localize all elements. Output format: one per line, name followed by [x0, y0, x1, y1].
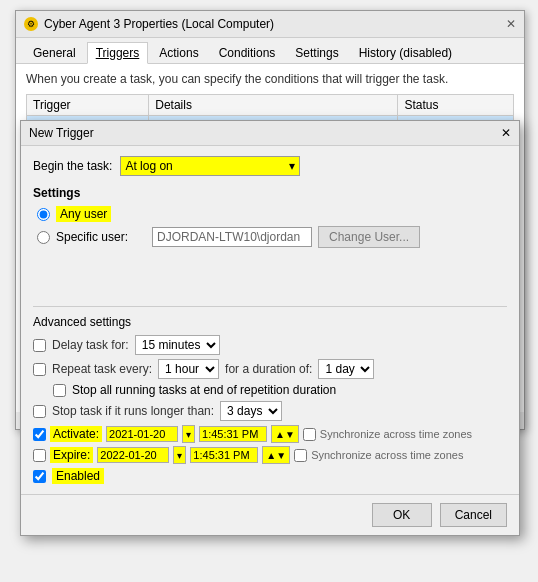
stop-if-runs-label: Stop task if it runs longer than: [52, 404, 214, 418]
dialog-title-text: New Trigger [29, 126, 94, 140]
sync-activate-checkbox[interactable] [303, 428, 316, 441]
activate-date-input[interactable] [106, 426, 178, 442]
change-user-button[interactable]: Change User... [318, 226, 420, 248]
activate-label: Activate: [50, 426, 102, 442]
tab-bar: General Triggers Actions Conditions Sett… [16, 38, 524, 64]
tab-history[interactable]: History (disabled) [350, 42, 461, 63]
stop-if-runs-select[interactable]: 3 days [220, 401, 282, 421]
activate-row: Activate: ▾ ▲▼ Synchronize across time z… [33, 425, 507, 443]
app-icon: ⚙ [24, 17, 38, 31]
expire-row: Expire: ▾ ▲▼ Synchronize across time zon… [33, 446, 507, 464]
repeat-task-checkbox[interactable] [33, 363, 46, 376]
main-title-bar: ⚙ Cyber Agent 3 Properties (Local Comput… [16, 11, 524, 38]
begin-task-value: At log on [125, 159, 172, 173]
sync-activate-label: Synchronize across time zones [320, 428, 472, 440]
expire-date-input[interactable] [97, 447, 169, 463]
stop-all-label: Stop all running tasks at end of repetit… [72, 383, 336, 397]
repeat-task-row: Repeat task every: 1 hour for a duration… [33, 359, 507, 379]
dialog-close-button[interactable]: ✕ [501, 126, 511, 140]
col-header-status: Status [398, 95, 514, 116]
specific-user-label: Specific user: [56, 230, 128, 244]
sync-checkbox-activate: Synchronize across time zones [303, 428, 472, 441]
radio-specific-user[interactable] [37, 231, 50, 244]
delay-task-row: Delay task for: 15 minutes [33, 335, 507, 355]
activate-checkbox[interactable] [33, 428, 46, 441]
settings-label: Settings [33, 186, 507, 200]
cancel-button[interactable]: Cancel [440, 503, 507, 527]
repeat-task-select[interactable]: 1 hour [158, 359, 219, 379]
any-user-label: Any user [56, 206, 111, 222]
tab-settings[interactable]: Settings [286, 42, 347, 63]
chevron-down-icon: ▾ [289, 159, 295, 173]
tab-actions[interactable]: Actions [150, 42, 207, 63]
dialog-buttons: OK Cancel [21, 494, 519, 535]
specific-user-input[interactable] [152, 227, 312, 247]
enabled-checkbox[interactable] [33, 470, 46, 483]
delay-task-label: Delay task for: [52, 338, 129, 352]
repeat-task-label: Repeat task every: [52, 362, 152, 376]
main-close-button[interactable]: ✕ [506, 17, 516, 31]
user-input-row: Change User... [152, 226, 420, 248]
stop-if-runs-row: Stop task if it runs longer than: 3 days [33, 401, 507, 421]
begin-task-row: Begin the task: At log on ▾ [33, 156, 507, 176]
stop-all-checkbox[interactable] [53, 384, 66, 397]
delay-task-select[interactable]: 15 minutes [135, 335, 220, 355]
duration-label: for a duration of: [225, 362, 312, 376]
new-trigger-dialog: New Trigger ✕ Begin the task: At log on … [20, 120, 520, 536]
activate-time-spinner[interactable]: ▲▼ [271, 425, 299, 443]
spacer [33, 254, 507, 294]
ok-button[interactable]: OK [372, 503, 432, 527]
sync-checkbox-expire: Synchronize across time zones [294, 449, 463, 462]
expire-checkbox[interactable] [33, 449, 46, 462]
begin-task-select[interactable]: At log on ▾ [120, 156, 300, 176]
activate-date-picker[interactable]: ▾ [182, 425, 195, 443]
col-header-trigger: Trigger [27, 95, 149, 116]
tab-conditions[interactable]: Conditions [210, 42, 285, 63]
title-left: ⚙ Cyber Agent 3 Properties (Local Comput… [24, 17, 274, 31]
activate-time-input[interactable] [199, 426, 267, 442]
radio-any-user[interactable] [37, 208, 50, 221]
expire-label: Expire: [50, 447, 93, 463]
begin-task-label: Begin the task: [33, 159, 112, 173]
delay-task-checkbox[interactable] [33, 339, 46, 352]
enabled-label: Enabled [52, 468, 104, 484]
radio-specific-user-row: Specific user: Change User... [37, 226, 507, 248]
tab-general[interactable]: General [24, 42, 85, 63]
duration-select[interactable]: 1 day [318, 359, 374, 379]
advanced-settings-label: Advanced settings [33, 315, 507, 329]
sync-expire-label: Synchronize across time zones [311, 449, 463, 461]
stop-if-runs-checkbox[interactable] [33, 405, 46, 418]
expire-time-spinner[interactable]: ▲▼ [262, 446, 290, 464]
radio-any-user-row: Any user [37, 206, 507, 222]
col-header-details: Details [149, 95, 398, 116]
tab-triggers[interactable]: Triggers [87, 42, 149, 64]
radio-group: Any user Specific user: Change User... [33, 206, 507, 248]
main-window-title: Cyber Agent 3 Properties (Local Computer… [44, 17, 274, 31]
stop-all-row: Stop all running tasks at end of repetit… [33, 383, 507, 397]
settings-section: Settings Any user Specific user: Change … [33, 186, 507, 248]
tab-description: When you create a task, you can specify … [26, 72, 514, 86]
advanced-settings-section: Advanced settings Delay task for: 15 min… [33, 306, 507, 484]
enabled-row: Enabled [33, 468, 507, 484]
dialog-body: Begin the task: At log on ▾ Settings Any… [21, 146, 519, 494]
dialog-title-bar: New Trigger ✕ [21, 121, 519, 146]
expire-time-input[interactable] [190, 447, 258, 463]
sync-expire-checkbox[interactable] [294, 449, 307, 462]
expire-date-picker[interactable]: ▾ [173, 446, 186, 464]
